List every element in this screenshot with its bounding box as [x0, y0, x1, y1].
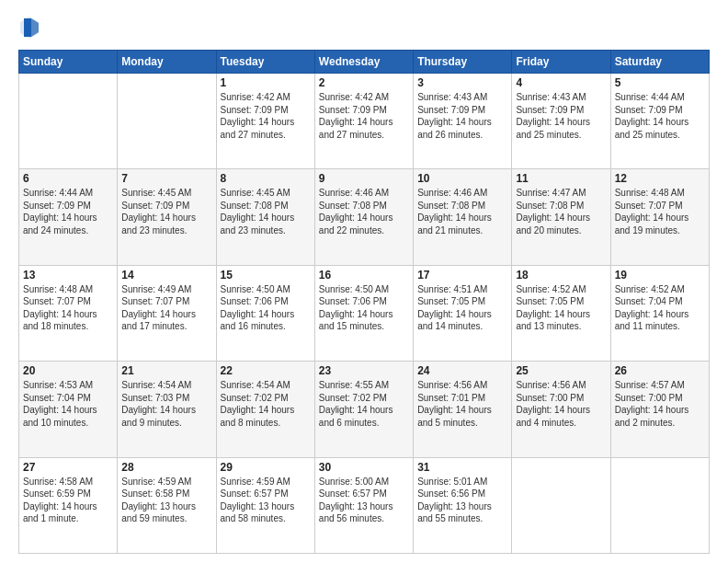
- week-row-3: 13Sunrise: 4:48 AM Sunset: 7:07 PM Dayli…: [19, 265, 710, 361]
- day-number: 30: [319, 461, 409, 474]
- week-row-2: 6Sunrise: 4:44 AM Sunset: 7:09 PM Daylig…: [19, 169, 710, 265]
- calendar-table: SundayMondayTuesdayWednesdayThursdayFrid…: [18, 50, 710, 554]
- calendar-cell: [118, 74, 216, 169]
- weekday-header-row: SundayMondayTuesdayWednesdayThursdayFrid…: [19, 51, 710, 74]
- cell-info: Sunrise: 4:45 AM Sunset: 7:09 PM Dayligh…: [121, 187, 211, 236]
- cell-info: Sunrise: 5:00 AM Sunset: 6:57 PM Dayligh…: [319, 476, 409, 525]
- day-number: 1: [221, 76, 311, 89]
- week-row-5: 27Sunrise: 4:58 AM Sunset: 6:59 PM Dayli…: [19, 457, 710, 553]
- day-number: 9: [319, 172, 409, 185]
- cell-info: Sunrise: 5:01 AM Sunset: 6:56 PM Dayligh…: [417, 476, 507, 525]
- weekday-header-tuesday: Tuesday: [216, 51, 314, 74]
- day-number: 25: [516, 364, 606, 377]
- calendar-cell: 30Sunrise: 5:00 AM Sunset: 6:57 PM Dayli…: [314, 457, 413, 553]
- calendar-cell: 14Sunrise: 4:49 AM Sunset: 7:07 PM Dayli…: [118, 265, 216, 361]
- calendar-cell: 22Sunrise: 4:54 AM Sunset: 7:02 PM Dayli…: [216, 362, 314, 457]
- day-number: 20: [23, 364, 113, 377]
- cell-info: Sunrise: 4:56 AM Sunset: 7:01 PM Dayligh…: [417, 379, 507, 429]
- calendar-cell: 15Sunrise: 4:50 AM Sunset: 7:06 PM Dayli…: [216, 265, 314, 361]
- calendar-cell: 13Sunrise: 4:48 AM Sunset: 7:07 PM Dayli…: [19, 265, 118, 361]
- calendar-cell: 19Sunrise: 4:52 AM Sunset: 7:04 PM Dayli…: [610, 265, 709, 361]
- day-number: 10: [417, 172, 507, 185]
- day-number: 12: [615, 172, 705, 185]
- day-number: 18: [516, 269, 606, 282]
- calendar-cell: 7Sunrise: 4:45 AM Sunset: 7:09 PM Daylig…: [118, 169, 216, 265]
- calendar-cell: [610, 457, 709, 553]
- cell-info: Sunrise: 4:47 AM Sunset: 7:08 PM Dayligh…: [516, 187, 606, 236]
- calendar-cell: 6Sunrise: 4:44 AM Sunset: 7:09 PM Daylig…: [19, 169, 118, 265]
- calendar-cell: 26Sunrise: 4:57 AM Sunset: 7:00 PM Dayli…: [610, 362, 709, 457]
- cell-info: Sunrise: 4:55 AM Sunset: 7:02 PM Dayligh…: [319, 379, 409, 429]
- cell-info: Sunrise: 4:58 AM Sunset: 6:59 PM Dayligh…: [23, 476, 113, 525]
- cell-info: Sunrise: 4:57 AM Sunset: 7:00 PM Dayligh…: [615, 379, 705, 429]
- day-number: 27: [23, 461, 113, 474]
- calendar-cell: 1Sunrise: 4:42 AM Sunset: 7:09 PM Daylig…: [216, 74, 314, 169]
- day-number: 24: [417, 364, 507, 377]
- weekday-header-sunday: Sunday: [19, 51, 118, 74]
- svg-marker-1: [31, 18, 39, 37]
- calendar-cell: 29Sunrise: 4:59 AM Sunset: 6:57 PM Dayli…: [216, 457, 314, 553]
- cell-info: Sunrise: 4:42 AM Sunset: 7:09 PM Dayligh…: [221, 91, 311, 141]
- day-number: 7: [121, 172, 211, 185]
- svg-marker-2: [24, 18, 31, 37]
- day-number: 16: [319, 269, 409, 282]
- calendar-cell: 20Sunrise: 4:53 AM Sunset: 7:04 PM Dayli…: [19, 362, 118, 457]
- calendar-cell: 10Sunrise: 4:46 AM Sunset: 7:08 PM Dayli…: [414, 169, 512, 265]
- cell-info: Sunrise: 4:51 AM Sunset: 7:05 PM Dayligh…: [417, 283, 507, 333]
- cell-info: Sunrise: 4:49 AM Sunset: 7:07 PM Dayligh…: [121, 283, 211, 333]
- calendar-cell: [19, 74, 118, 169]
- cell-info: Sunrise: 4:52 AM Sunset: 7:04 PM Dayligh…: [615, 283, 705, 333]
- day-number: 19: [615, 269, 705, 282]
- day-number: 21: [121, 364, 211, 377]
- cell-info: Sunrise: 4:54 AM Sunset: 7:02 PM Dayligh…: [221, 379, 311, 429]
- calendar-cell: 2Sunrise: 4:42 AM Sunset: 7:09 PM Daylig…: [314, 74, 413, 169]
- day-number: 6: [23, 172, 113, 185]
- day-number: 26: [615, 364, 705, 377]
- weekday-header-saturday: Saturday: [610, 51, 709, 74]
- cell-info: Sunrise: 4:56 AM Sunset: 7:00 PM Dayligh…: [516, 379, 606, 429]
- day-number: 13: [23, 269, 113, 282]
- calendar-cell: 9Sunrise: 4:46 AM Sunset: 7:08 PM Daylig…: [314, 169, 413, 265]
- calendar-cell: 27Sunrise: 4:58 AM Sunset: 6:59 PM Dayli…: [19, 457, 118, 553]
- calendar-cell: 8Sunrise: 4:45 AM Sunset: 7:08 PM Daylig…: [216, 169, 314, 265]
- cell-info: Sunrise: 4:42 AM Sunset: 7:09 PM Dayligh…: [319, 91, 409, 141]
- cell-info: Sunrise: 4:50 AM Sunset: 7:06 PM Dayligh…: [319, 283, 409, 333]
- cell-info: Sunrise: 4:59 AM Sunset: 6:58 PM Dayligh…: [121, 476, 211, 525]
- day-number: 28: [121, 461, 211, 474]
- cell-info: Sunrise: 4:44 AM Sunset: 7:09 PM Dayligh…: [23, 187, 113, 236]
- calendar-cell: 18Sunrise: 4:52 AM Sunset: 7:05 PM Dayli…: [512, 265, 610, 361]
- calendar-page: SundayMondayTuesdayWednesdayThursdayFrid…: [0, 0, 728, 563]
- calendar-cell: 11Sunrise: 4:47 AM Sunset: 7:08 PM Dayli…: [512, 169, 610, 265]
- logo: [18, 15, 44, 40]
- day-number: 5: [615, 76, 705, 89]
- weekday-header-friday: Friday: [512, 51, 610, 74]
- cell-info: Sunrise: 4:52 AM Sunset: 7:05 PM Dayligh…: [516, 283, 606, 333]
- cell-info: Sunrise: 4:43 AM Sunset: 7:09 PM Dayligh…: [516, 91, 606, 141]
- cell-info: Sunrise: 4:45 AM Sunset: 7:08 PM Dayligh…: [221, 187, 311, 236]
- cell-info: Sunrise: 4:48 AM Sunset: 7:07 PM Dayligh…: [615, 187, 705, 236]
- weekday-header-wednesday: Wednesday: [314, 51, 413, 74]
- logo-icon: [18, 15, 40, 40]
- day-number: 11: [516, 172, 606, 185]
- calendar-cell: 23Sunrise: 4:55 AM Sunset: 7:02 PM Dayli…: [314, 362, 413, 457]
- calendar-cell: 5Sunrise: 4:44 AM Sunset: 7:09 PM Daylig…: [610, 74, 709, 169]
- day-number: 31: [417, 461, 507, 474]
- calendar-cell: 3Sunrise: 4:43 AM Sunset: 7:09 PM Daylig…: [414, 74, 512, 169]
- day-number: 2: [319, 76, 409, 89]
- calendar-cell: 17Sunrise: 4:51 AM Sunset: 7:05 PM Dayli…: [414, 265, 512, 361]
- day-number: 15: [221, 269, 311, 282]
- calendar-cell: 21Sunrise: 4:54 AM Sunset: 7:03 PM Dayli…: [118, 362, 216, 457]
- day-number: 3: [417, 76, 507, 89]
- calendar-cell: 24Sunrise: 4:56 AM Sunset: 7:01 PM Dayli…: [414, 362, 512, 457]
- cell-info: Sunrise: 4:54 AM Sunset: 7:03 PM Dayligh…: [121, 379, 211, 429]
- week-row-4: 20Sunrise: 4:53 AM Sunset: 7:04 PM Dayli…: [19, 362, 710, 457]
- day-number: 17: [417, 269, 507, 282]
- cell-info: Sunrise: 4:46 AM Sunset: 7:08 PM Dayligh…: [319, 187, 409, 236]
- calendar-cell: 31Sunrise: 5:01 AM Sunset: 6:56 PM Dayli…: [414, 457, 512, 553]
- week-row-1: 1Sunrise: 4:42 AM Sunset: 7:09 PM Daylig…: [19, 74, 710, 169]
- cell-info: Sunrise: 4:50 AM Sunset: 7:06 PM Dayligh…: [221, 283, 311, 333]
- cell-info: Sunrise: 4:48 AM Sunset: 7:07 PM Dayligh…: [23, 283, 113, 333]
- day-number: 29: [221, 461, 311, 474]
- calendar-cell: [512, 457, 610, 553]
- cell-info: Sunrise: 4:59 AM Sunset: 6:57 PM Dayligh…: [221, 476, 311, 525]
